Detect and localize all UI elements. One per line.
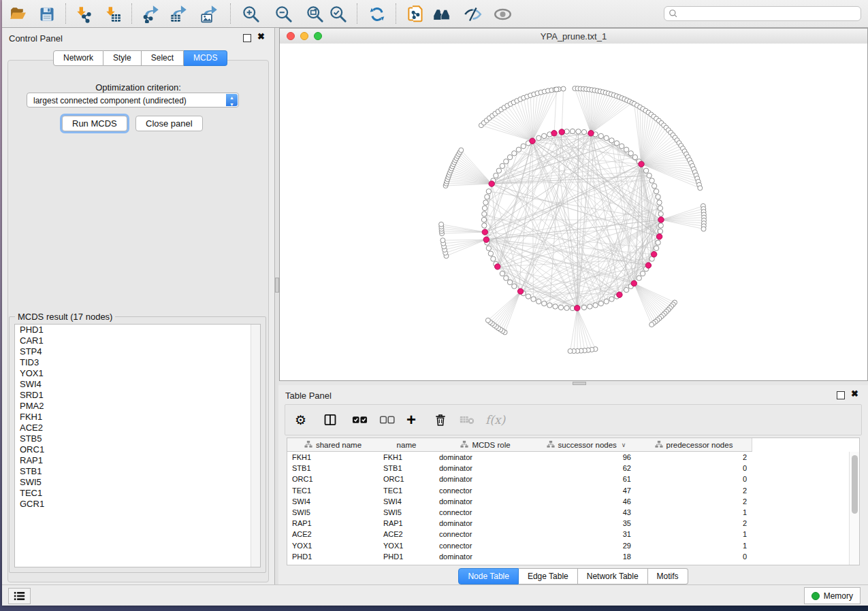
criterion-select[interactable]: largest connected component (undirected)… (27, 93, 239, 108)
mcds-result-item[interactable]: YOX1 (15, 368, 260, 379)
mcds-result-title: MCDS result (17 nodes) (15, 312, 115, 322)
table-row[interactable]: YOX1YOX1connector291 (287, 540, 850, 551)
column-header-shared-name[interactable]: shared name (287, 438, 379, 452)
tab-select[interactable]: Select (142, 50, 184, 66)
network-canvas[interactable] (280, 44, 867, 380)
export-image-icon[interactable] (200, 5, 219, 23)
table-row[interactable]: FKH1FKH1dominator962 (287, 452, 850, 463)
hide-details-eye-icon[interactable] (464, 5, 482, 23)
select-all-rows-icon[interactable] (352, 410, 368, 430)
table-cell: PHD1 (379, 551, 434, 562)
function-builder-icon-disabled: f(x) (485, 410, 505, 430)
network-share-document-icon[interactable] (406, 5, 425, 23)
table-row[interactable]: STB1STB1dominator620 (287, 463, 850, 474)
close-panel-icon[interactable]: ✖ (851, 389, 858, 399)
table-row[interactable]: RAP1RAP1dominator352 (287, 518, 850, 529)
mcds-result-item[interactable]: TID3 (15, 357, 260, 368)
mcds-result-item[interactable]: STB1 (15, 466, 260, 477)
select-stepper-icon: ▲▼ (226, 94, 238, 106)
show-details-eye-icon[interactable] (494, 5, 512, 23)
mcds-result-item[interactable]: ACE2 (15, 423, 260, 433)
tab-edge-table[interactable]: Edge Table (519, 568, 578, 584)
import-table-icon[interactable] (103, 5, 121, 23)
mcds-result-item[interactable]: PHD1 (15, 325, 260, 335)
table-cell: 2 (636, 485, 752, 496)
memory-button[interactable]: Memory (804, 587, 861, 604)
table-row[interactable]: ORC1ORC1dominator610 (287, 474, 850, 484)
table-scrollbar[interactable] (849, 452, 859, 565)
show-columns-icon[interactable] (323, 410, 337, 430)
table-cell: RAP1 (379, 518, 434, 529)
mcds-result-item[interactable]: GCR1 (15, 499, 260, 510)
mcds-result-list[interactable]: PHD1CAR1STP4TID3YOX1SWI4SRD1PMA2FKH1ACE2… (14, 324, 261, 567)
close-panel-button[interactable]: Close panel (135, 116, 203, 131)
toolbar-separator (65, 3, 66, 24)
add-column-icon[interactable]: + (406, 410, 416, 430)
float-window-icon[interactable] (837, 391, 845, 399)
zoom-out-icon[interactable] (274, 5, 293, 23)
open-session-icon[interactable] (9, 5, 27, 23)
criterion-value: largest connected component (undirected) (33, 96, 187, 105)
deselect-all-rows-icon[interactable] (379, 410, 395, 430)
table-body: FKH1FKH1dominator962STB1STB1dominator620… (287, 452, 850, 565)
search-input[interactable] (678, 8, 861, 19)
tab-network-table[interactable]: Network Table (578, 568, 648, 584)
tab-network[interactable]: Network (53, 50, 103, 66)
mcds-result-item[interactable]: SRD1 (15, 390, 260, 401)
delete-column-icon[interactable] (434, 410, 447, 430)
refresh-icon[interactable] (368, 5, 386, 23)
export-network-icon[interactable] (142, 5, 160, 23)
toolbar-separator (131, 3, 132, 24)
column-header-MCDS-role[interactable]: MCDS role (434, 438, 537, 452)
zoom-fit-icon[interactable] (306, 5, 324, 23)
table-row[interactable]: PHD1PHD1dominator180 (287, 551, 850, 562)
network-window-titlebar[interactable]: YPA_prune.txt_1 (280, 29, 867, 44)
attribute-tree-icon (460, 440, 468, 450)
run-mcds-button[interactable]: Run MCDS (62, 116, 127, 131)
mcds-result-item[interactable]: FKH1 (15, 412, 260, 423)
close-panel-icon[interactable]: ✖ (257, 32, 265, 42)
mcds-result-item[interactable]: RAP1 (15, 455, 260, 466)
tab-style[interactable]: Style (103, 50, 142, 66)
zoom-in-icon[interactable] (242, 5, 260, 23)
column-header-successor-nodes[interactable]: successor nodes∨ (536, 438, 637, 452)
export-table-icon[interactable] (170, 5, 188, 23)
tab-mcds[interactable]: MCDS (184, 50, 227, 66)
search-box[interactable] (664, 6, 861, 21)
table-cell: connector (434, 485, 536, 496)
mcds-result-item[interactable]: CAR1 (15, 335, 260, 346)
tab-motifs[interactable]: Motifs (648, 568, 688, 584)
table-row[interactable]: SWI4SWI4dominator462 (287, 496, 850, 507)
zoom-selected-icon[interactable] (329, 5, 347, 23)
table-cell: 43 (536, 507, 636, 518)
table-row[interactable]: ACE2ACE2connector311 (287, 529, 850, 540)
scrollbar-thumb[interactable] (852, 455, 858, 514)
search-binoculars-icon[interactable] (432, 5, 451, 23)
mcds-result-item[interactable]: STB5 (15, 433, 260, 444)
column-header-name[interactable]: name (379, 438, 435, 452)
import-network-icon[interactable] (74, 5, 92, 23)
task-history-button[interactable] (8, 588, 31, 604)
network-window-title: YPA_prune.txt_1 (280, 31, 867, 42)
float-window-icon[interactable] (243, 34, 251, 42)
table-cell: 46 (536, 496, 636, 507)
list-scrollbar[interactable] (251, 325, 260, 567)
mcds-result-item[interactable]: STP4 (15, 346, 260, 357)
mcds-result-item[interactable]: SWI4 (15, 379, 260, 390)
table-cell: STB1 (379, 463, 434, 474)
save-session-icon[interactable] (37, 5, 56, 23)
mcds-result-item[interactable]: PMA2 (15, 401, 260, 412)
mcds-result-item[interactable]: ORC1 (15, 444, 260, 455)
table-cell: 0 (636, 463, 752, 474)
node-table[interactable]: shared namenameMCDS rolesuccessor nodes∨… (287, 437, 860, 565)
table-panel: Table Panel ✖ ⚙ + f(x) shared namenameMC… (278, 385, 868, 585)
tab-node-table[interactable]: Node Table (458, 568, 519, 584)
table-cell: 62 (536, 463, 636, 474)
table-row[interactable]: TEC1TEC1connector472 (287, 485, 850, 496)
table-row[interactable]: SWI5SWI5connector431 (287, 507, 850, 518)
table-cell: ORC1 (287, 474, 379, 484)
mcds-result-item[interactable]: TEC1 (15, 488, 260, 499)
column-header-predecessor-nodes[interactable]: predecessor nodes (636, 438, 752, 452)
table-settings-gear-icon[interactable]: ⚙ (295, 410, 306, 430)
mcds-result-item[interactable]: SWI5 (15, 477, 260, 488)
